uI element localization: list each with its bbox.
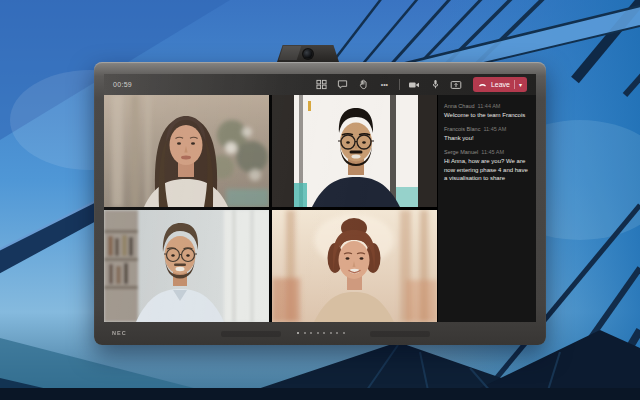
webcam-facet: [279, 46, 302, 60]
chat-icon[interactable]: [336, 78, 349, 91]
participant-video-1[interactable]: [104, 95, 269, 207]
microphone-icon[interactable]: [429, 78, 442, 91]
call-main: Anna Chaud11:44 AM Welcome to the team F…: [104, 95, 536, 322]
leave-label: Leave: [491, 81, 510, 88]
chat-author: Francois Blanc: [444, 126, 480, 132]
screen: 00:59: [104, 74, 536, 322]
scene: 00:59: [0, 0, 640, 400]
webcam-lens: [304, 49, 313, 58]
chat-time: 11:44 AM: [478, 103, 501, 109]
chat-time: 11:45 AM: [481, 149, 504, 155]
monitor-bottom-bezel: NEC: [104, 326, 536, 342]
chat-message: Francois Blanc11:45 AM Thank you!: [444, 126, 530, 142]
participant-video-4[interactable]: [272, 210, 437, 322]
call-toolbar: 00:59: [104, 74, 536, 95]
chat-panel[interactable]: Anna Chaud11:44 AM Welcome to the team F…: [437, 95, 536, 322]
chat-time: 11:45 AM: [483, 126, 506, 132]
call-timer: 00:59: [113, 81, 132, 88]
monitor: 00:59: [94, 62, 546, 345]
chat-text: Thank you!: [444, 134, 530, 143]
participant-video-2[interactable]: [272, 95, 437, 207]
webcam: [277, 45, 339, 62]
chat-author: Serge Manuel: [444, 149, 478, 155]
chat-message: Anna Chaud11:44 AM Welcome to the team F…: [444, 103, 530, 119]
speaker-grille-right: [370, 331, 430, 337]
participant-video-3[interactable]: [104, 210, 269, 322]
toolbar-icons: •••: [315, 77, 527, 92]
chat-text: Hi Anna, how are you? We are now enterin…: [444, 157, 530, 183]
chat-message: Serge Manuel11:45 AM Hi Anna, how are yo…: [444, 149, 530, 183]
chat-text: Welcome to the team Francois: [444, 111, 530, 120]
share-screen-icon[interactable]: [450, 78, 463, 91]
raise-hand-icon[interactable]: [357, 78, 370, 91]
monitor-control-buttons[interactable]: [297, 332, 345, 334]
speaker-grille-left: [221, 331, 281, 337]
hang-up-icon: [478, 80, 487, 89]
more-icon[interactable]: •••: [378, 78, 391, 91]
chat-author: Anna Chaud: [444, 103, 475, 109]
brand-logo: NEC: [112, 330, 127, 336]
leave-divider: [514, 80, 515, 89]
toolbar-divider: [399, 79, 400, 90]
chevron-down-icon: ▾: [519, 82, 522, 88]
video-grid: [104, 95, 437, 322]
gallery-icon[interactable]: [315, 78, 328, 91]
leave-button[interactable]: Leave ▾: [473, 77, 527, 92]
camera-icon[interactable]: [408, 78, 421, 91]
